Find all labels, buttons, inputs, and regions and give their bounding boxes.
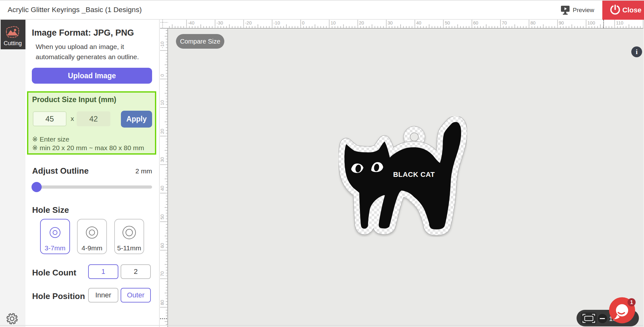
svg-text:1: 1 [630,300,633,305]
svg-text:BLACK CAT: BLACK CAT [393,170,435,178]
